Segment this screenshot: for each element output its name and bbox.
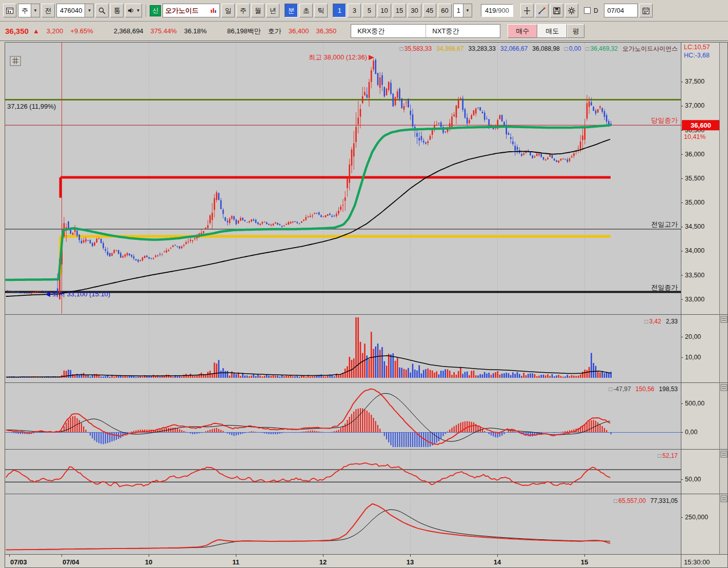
chevron-down-icon: ▼ (136, 8, 140, 13)
search-button[interactable] (95, 4, 109, 17)
interval-combo-value: 1 (457, 7, 460, 14)
svg-text:37,500: 37,500 (685, 78, 704, 85)
svg-text:□52,17: □52,17 (658, 452, 678, 459)
up-arrow-icon: ▲ (33, 27, 39, 35)
interval-30-button[interactable]: 30 (408, 4, 421, 17)
svg-text:0,00: 0,00 (685, 429, 697, 436)
stock-code-value: 476040 (60, 7, 82, 14)
svg-text:최고 38,000 (12:36): 최고 38,000 (12:36) (309, 53, 367, 61)
prev-button[interactable]: 전 (42, 4, 55, 17)
svg-text:최저 33,100 (15:10): 최저 33,100 (15:10) (52, 290, 110, 298)
svg-text:10: 10 (145, 558, 152, 566)
svg-text:HC:-3,68: HC:-3,68 (684, 52, 710, 59)
tick-button[interactable]: 틱 (314, 4, 328, 17)
tab-krx[interactable]: KRX중간 (351, 25, 426, 37)
chart-canvas[interactable]: 37,126 (11,99%)당일종가전일고가전일종가최고 38,000 (12… (0, 41, 728, 568)
mini-chart-icon (210, 7, 217, 14)
period-combo-value: 주 (22, 6, 28, 15)
svg-text:15:30:00: 15:30:00 (684, 558, 710, 566)
save-button[interactable] (550, 4, 563, 17)
month-button[interactable]: 월 (251, 4, 265, 17)
trendline-icon (538, 7, 546, 15)
svg-text:36,600: 36,600 (691, 121, 711, 129)
svg-text:10,41%: 10,41% (684, 133, 705, 140)
period-combo[interactable]: 주▼ (18, 4, 40, 17)
tab-nxt[interactable]: NXT중간 (426, 25, 500, 37)
date-value: 07/04 (608, 7, 624, 14)
svg-text:당일종가: 당일종가 (651, 116, 678, 124)
d-checkbox[interactable] (584, 7, 591, 14)
bar-count: 419 (485, 7, 496, 14)
year-button[interactable]: 년 (266, 4, 279, 17)
svg-text:14: 14 (494, 558, 501, 566)
chart-window-icon (6, 7, 14, 15)
day-button[interactable]: 일 (221, 4, 235, 17)
volume-value: 2,368,694 (114, 27, 144, 35)
tong-button[interactable]: 통 (110, 4, 124, 17)
svg-text:□-47,97150,56198,53: □-47,97150,56198,53 (609, 386, 678, 393)
svg-text:34,000: 34,000 (685, 247, 704, 254)
chevron-down-icon: ▼ (463, 4, 472, 17)
settings-button[interactable] (565, 4, 578, 17)
floppy-disk-icon (553, 7, 561, 15)
panel-settings-button[interactable] (721, 316, 727, 322)
price-change-pct: +9.65% (70, 27, 93, 35)
chevron-down-icon: ▼ (85, 4, 93, 17)
draw-tool-button[interactable] (535, 4, 549, 17)
svg-text:37,000: 37,000 (685, 102, 704, 109)
svg-text:20,00: 20,00 (685, 333, 701, 340)
svg-text:13: 13 (407, 558, 414, 566)
stock-name-box[interactable]: 오가노이드 (163, 4, 220, 17)
panel-settings-button[interactable] (721, 451, 727, 457)
svg-text:35,000: 35,000 (685, 199, 704, 206)
minute-button[interactable]: 분 (285, 4, 298, 17)
second-button[interactable]: 초 (299, 4, 313, 17)
hoga-label: 호가 (268, 27, 281, 36)
buy-button[interactable]: 매수 (508, 24, 537, 38)
interval-5-button[interactable]: 5 (362, 4, 376, 17)
chart-region[interactable]: 37,126 (11,99%)당일종가전일고가전일종가최고 38,000 (12… (0, 41, 728, 568)
d-label: D (594, 7, 598, 14)
sound-button[interactable]: ▼ (125, 4, 142, 17)
bar-counter: 419/900 (481, 4, 513, 17)
interval-3-button[interactable]: 3 (348, 4, 361, 17)
sell-button[interactable]: 매도 (537, 24, 567, 38)
main-toolbar: 주▼ 전 476040▼ 통 ▼ 신 오가노이드 일 주 월 년 분 초 틱 1… (0, 0, 728, 22)
avg-button[interactable]: 평 (567, 24, 584, 38)
current-price: 36,350 (5, 27, 29, 35)
svg-text:07/04: 07/04 (63, 558, 79, 566)
shin-badge: 신 (150, 5, 161, 16)
panel-settings-button[interactable] (721, 496, 727, 502)
interval-60-button[interactable]: 60 (438, 4, 451, 17)
svg-text:전일고가: 전일고가 (651, 220, 678, 228)
gear-icon (568, 7, 576, 15)
interval-45-button[interactable]: 45 (423, 4, 436, 17)
svg-text:50,00: 50,00 (685, 476, 701, 483)
interval-combo[interactable]: 1▼ (453, 4, 472, 17)
interval-15-button[interactable]: 15 (393, 4, 406, 17)
market-tabs: KRX중간 NXT중간 (351, 24, 500, 38)
stock-code-combo[interactable]: 476040▼ (56, 4, 94, 17)
ask-price: 36,400 (289, 27, 309, 35)
chart-window-button[interactable] (3, 4, 16, 17)
toolbar-separator (146, 5, 146, 17)
calendar-button[interactable] (639, 4, 653, 17)
info-bar: 36,350 ▲ 3,200 +9.65% 2,368,694 375.44% … (0, 22, 728, 41)
trade-amount: 86,198백만 (227, 27, 261, 36)
turnover-pct: 36.18% (184, 27, 207, 35)
svg-text:11: 11 (232, 558, 239, 566)
bid-price: 36,350 (316, 27, 337, 35)
pan-tool-button[interactable] (520, 4, 534, 17)
panel-settings-button[interactable] (721, 384, 727, 391)
week-button[interactable]: 주 (236, 4, 250, 17)
svg-text:36,000: 36,000 (685, 151, 704, 158)
svg-text:전일종가: 전일종가 (651, 283, 678, 291)
svg-text:33,500: 33,500 (685, 272, 704, 279)
stock-name-label: 오가노이드 (165, 6, 198, 15)
date-display[interactable]: 07/04 (604, 4, 638, 17)
interval-1-button[interactable]: 1 (333, 4, 346, 17)
svg-text:34,500: 34,500 (685, 223, 704, 230)
svg-text:LC:10,57: LC:10,57 (684, 44, 710, 51)
interval-10-button[interactable]: 10 (377, 4, 391, 17)
volume-ratio: 375.44% (151, 27, 177, 35)
